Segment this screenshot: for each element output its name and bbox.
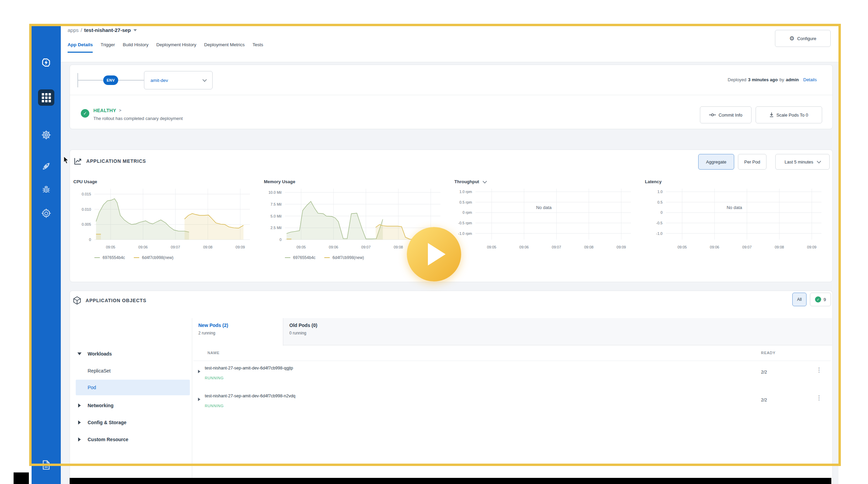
- tree-item-config-storage[interactable]: Config & Storage: [70, 415, 192, 430]
- svg-text:2.5 Mil: 2.5 Mil: [271, 226, 282, 230]
- breadcrumb[interactable]: apps / test-nishant-27-sep: [68, 27, 137, 33]
- svg-text:5.0 Mil: 5.0 Mil: [271, 214, 282, 218]
- sidebar-item-global-config[interactable]: [41, 208, 51, 219]
- svg-text:09:09: 09:09: [236, 245, 245, 249]
- sidebar-item-applications[interactable]: [38, 89, 54, 106]
- environment-select[interactable]: amit-dev: [144, 71, 213, 89]
- details-link[interactable]: Details: [803, 77, 817, 82]
- svg-text:09:07: 09:07: [742, 245, 752, 249]
- play-button[interactable]: [407, 227, 461, 281]
- pod-ready: 2/2: [761, 370, 767, 375]
- sidebar-item-bugs[interactable]: [41, 184, 51, 194]
- video-timeline-segment: [14, 472, 29, 484]
- status-message: The rollout has completed canary deploym…: [93, 116, 183, 121]
- commit-info-button[interactable]: Commit Info: [700, 106, 752, 123]
- pod-status: RUNNING: [205, 404, 224, 408]
- tab-deployment-history[interactable]: Deployment History: [156, 42, 196, 53]
- chevron-down-icon[interactable]: [483, 179, 487, 184]
- chart-title: Memory Usage: [264, 177, 451, 186]
- sidebar-item-deploy[interactable]: [41, 161, 51, 171]
- tab-new-pods[interactable]: New Pods (2) 2 running: [192, 318, 283, 346]
- cpu-usage-plot: 09:0509:0609:0709:0809:0900.0050.0100.01…: [73, 186, 258, 254]
- tree-item-custom-resource[interactable]: Custom Resource: [70, 432, 192, 447]
- healthy-count: 9: [824, 297, 826, 302]
- breadcrumb-sep: /: [81, 27, 82, 33]
- legend-label: 6976554b4c: [103, 255, 125, 260]
- scale-pods-button[interactable]: Scale Pods To 0: [756, 106, 822, 123]
- tab-deployment-metrics[interactable]: Deployment Metrics: [204, 42, 245, 53]
- chevron-down-icon[interactable]: [133, 29, 137, 31]
- deployed-by: by: [779, 77, 784, 82]
- kebab-menu-icon[interactable]: ⋮: [816, 394, 822, 401]
- devtron-logo[interactable]: [40, 57, 52, 68]
- chevron-down-icon: [202, 77, 207, 82]
- arrow-down-to-line-icon: [770, 113, 774, 118]
- environment-select-value: amit-dev: [150, 78, 168, 83]
- svg-text:0: 0: [89, 238, 91, 242]
- chart-title[interactable]: Throughput: [454, 177, 641, 186]
- time-range-value: Last 5 minutes: [784, 159, 813, 165]
- time-range-select[interactable]: Last 5 minutes: [775, 154, 830, 170]
- pod-name[interactable]: test-nishant-27-sep-amit-dev-6d4f7cb998-…: [205, 366, 293, 370]
- svg-text:0: 0: [279, 238, 282, 242]
- svg-text:09:06: 09:06: [710, 245, 719, 249]
- health-status[interactable]: HEALTHY >: [93, 108, 121, 113]
- breadcrumb-app-name[interactable]: test-nishant-27-sep: [84, 27, 131, 33]
- objects-title: APPLICATION OBJECTS: [86, 298, 146, 303]
- chart-title: Latency: [645, 177, 832, 186]
- configure-button[interactable]: ⚙ Configure: [775, 30, 831, 47]
- svg-text:09:08: 09:08: [584, 245, 594, 249]
- legend-swatch: [134, 257, 139, 258]
- tree-item-workloads[interactable]: Workloads: [70, 347, 192, 361]
- caret-right-icon[interactable]: [78, 403, 81, 408]
- tab-build-history[interactable]: Build History: [123, 42, 149, 53]
- caret-right-icon[interactable]: [198, 398, 200, 401]
- svg-text:-0.5 rpm: -0.5 rpm: [458, 221, 472, 225]
- breadcrumb-apps[interactable]: apps: [68, 27, 79, 33]
- per-pod-toggle[interactable]: Per Pod: [738, 154, 766, 170]
- svg-text:0.010: 0.010: [82, 207, 91, 211]
- scale-pods-label: Scale Pods To 0: [776, 113, 808, 118]
- app-tabs: App Details Trigger Build History Deploy…: [68, 42, 263, 53]
- video-frame: apps / test-nishant-27-sep App Details T…: [0, 0, 868, 484]
- sidebar-item-charts[interactable]: [41, 129, 52, 140]
- tree-item-pod[interactable]: Pod: [76, 380, 190, 395]
- svg-text:09:05: 09:05: [106, 245, 115, 249]
- filter-all-button[interactable]: All: [792, 293, 807, 306]
- tree-item-networking[interactable]: Networking: [70, 398, 192, 413]
- svg-text:09:05: 09:05: [296, 245, 306, 249]
- mouse-cursor: [62, 156, 70, 166]
- tab-tests[interactable]: Tests: [252, 42, 263, 53]
- tree-item-replicaset[interactable]: ReplicaSet: [70, 364, 192, 378]
- caret-right-icon[interactable]: [78, 437, 81, 442]
- pods-table-header: NAME READY: [207, 349, 826, 360]
- pod-name[interactable]: test-nishant-27-sep-amit-dev-6d4f7cb998-…: [205, 394, 295, 398]
- environment-card: ENV amit-dev Deployed 3 minutes ago by a…: [70, 65, 833, 129]
- chevron-right-icon: >: [119, 108, 121, 113]
- healthy-count-button[interactable]: ✓ 9: [810, 293, 831, 306]
- chevron-down-icon: [817, 159, 821, 163]
- svg-text:1.0 rpm: 1.0 rpm: [459, 190, 472, 194]
- kebab-menu-icon[interactable]: ⋮: [816, 366, 822, 374]
- caret-right-icon[interactable]: [78, 420, 81, 425]
- caret-down-icon[interactable]: [77, 352, 82, 355]
- svg-text:09:06: 09:06: [138, 245, 148, 249]
- caret-right-icon[interactable]: [198, 370, 200, 373]
- throughput-chart: Throughput 09:0509:0609:0709:0809:09-1.0…: [451, 174, 641, 260]
- legend-swatch: [324, 257, 330, 258]
- latency-chart: Latency 09:0509:0609:0709:0809:09-1.0-0.…: [641, 174, 832, 260]
- tab-app-details[interactable]: App Details: [68, 42, 93, 53]
- bug-icon: [41, 184, 51, 194]
- throughput-plot: 09:0509:0609:0709:0809:09-1.0 rpm-0.5 rp…: [454, 186, 639, 254]
- svg-text:09:05: 09:05: [487, 245, 496, 249]
- video-timeline-bar[interactable]: [70, 478, 831, 484]
- gear-icon: ⚙: [789, 36, 794, 41]
- aggregate-toggle[interactable]: Aggregate: [698, 154, 734, 170]
- tab-trigger[interactable]: Trigger: [101, 42, 115, 53]
- tab-old-pods[interactable]: Old Pods (0) 0 running: [283, 318, 385, 346]
- rocket-icon: [41, 161, 51, 171]
- legend-label: 6976554b4c: [293, 255, 315, 260]
- column-header-name: NAME: [207, 351, 220, 355]
- latency-plot: 09:0509:0609:0709:0809:09-1.0-0.500.51.0…: [645, 186, 830, 254]
- svg-text:No data: No data: [727, 205, 742, 210]
